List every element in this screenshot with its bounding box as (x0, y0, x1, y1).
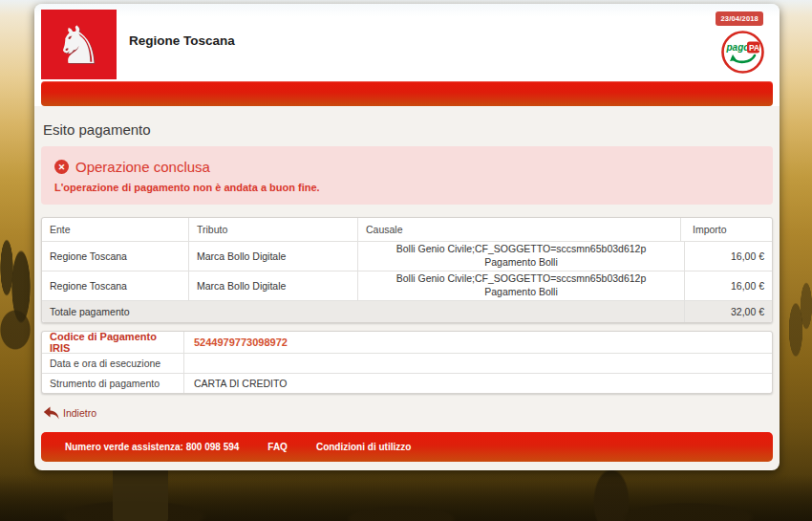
total-label: Totale pagamento (42, 301, 684, 322)
total-value: 32,00 € (684, 301, 772, 322)
detail-value (184, 354, 772, 373)
cell-causale: Bolli Genio Civile;CF_SOGGETTO=sccsmn65b… (357, 271, 684, 300)
main-card: ♞ Regione Toscana 23/04/2018 pago PA Esi… (34, 4, 780, 470)
pagopa-pa-text: PA (749, 43, 759, 53)
col-header-importo: Importo (680, 218, 772, 241)
cell-tributo: Marca Bollo Digitale (188, 242, 357, 271)
table-row: Regione Toscana Marca Bollo Digitale Bol… (42, 242, 772, 271)
payment-details-table: Codice di Pagamento IRIS 524497977309897… (41, 331, 773, 394)
table-row: Regione Toscana Marca Bollo Digitale Bol… (42, 271, 772, 301)
alert-title: Operazione conclusa (75, 159, 210, 175)
col-header-tributo: Tributo (188, 218, 357, 241)
page-title-header: Regione Toscana (129, 33, 235, 48)
top-nav-bar (41, 81, 773, 106)
back-button[interactable]: Indietro (43, 406, 96, 420)
causale-line1: Bolli Genio Civile;CF_SOGGETTO=sccsmn65b… (396, 272, 647, 286)
cell-tributo: Marca Bollo Digitale (188, 271, 357, 300)
causale-line2: Pagamento Bolli (484, 286, 557, 299)
assistance-number-link[interactable]: Numero verde assistenza: 800 098 594 (65, 442, 239, 452)
regione-toscana-logo: ♞ (41, 10, 117, 79)
pagopa-pago-text: pago (726, 42, 750, 53)
content-area: Esito pagamento ✕ Operazione conclusa L'… (34, 121, 780, 423)
causale-line1: Bolli Genio Civile;CF_SOGGETTO=sccsmn65b… (396, 243, 647, 256)
iris-payment-code: 5244979773098972 (184, 332, 772, 353)
detail-row-data-ora: Data e ora di esecuzione (42, 354, 772, 374)
error-circle-icon: ✕ (54, 160, 69, 174)
payment-table: Ente Tributo Causale Importo Regione Tos… (41, 217, 773, 323)
back-label: Indietro (63, 407, 96, 419)
date-badge: 23/04/2018 (716, 11, 763, 26)
cell-importo: 16,00 € (684, 271, 772, 300)
detail-row-strumento: Strumento di pagamento CARTA DI CREDITO (42, 374, 772, 393)
detail-label: Strumento di pagamento (42, 374, 184, 393)
detail-label: Data e ora di esecuzione (42, 354, 184, 373)
pegasus-icon: ♞ (54, 19, 103, 71)
back-arrow-icon (43, 406, 59, 420)
col-header-causale: Causale (357, 218, 680, 241)
causale-line2: Pagamento Bolli (484, 256, 557, 270)
pagopa-logo: pago PA (720, 30, 765, 78)
page-title: Esito pagamento (43, 121, 771, 138)
error-alert: ✕ Operazione conclusa L'operazione di pa… (41, 146, 773, 205)
table-total-row: Totale pagamento 32,00 € (42, 301, 772, 322)
detail-label: Codice di Pagamento IRIS (42, 332, 184, 353)
table-header-row: Ente Tributo Causale Importo (42, 218, 772, 242)
faq-link[interactable]: FAQ (267, 442, 288, 452)
cell-ente: Regione Toscana (42, 242, 188, 271)
cell-importo: 16,00 € (684, 242, 772, 271)
col-header-ente: Ente (42, 218, 188, 241)
cell-ente: Regione Toscana (42, 271, 188, 300)
alert-message: L'operazione di pagamento non è andata a… (54, 182, 759, 193)
footer-bar: Numero verde assistenza: 800 098 594 FAQ… (41, 432, 773, 462)
page-header: ♞ Regione Toscana 23/04/2018 pago PA (34, 4, 780, 106)
detail-row-codice: Codice di Pagamento IRIS 524497977309897… (42, 332, 772, 354)
detail-value: CARTA DI CREDITO (184, 374, 772, 393)
cell-causale: Bolli Genio Civile;CF_SOGGETTO=sccsmn65b… (357, 242, 684, 271)
landscape-building-silhouette (113, 467, 168, 521)
terms-link[interactable]: Condizioni di utilizzo (316, 442, 411, 452)
